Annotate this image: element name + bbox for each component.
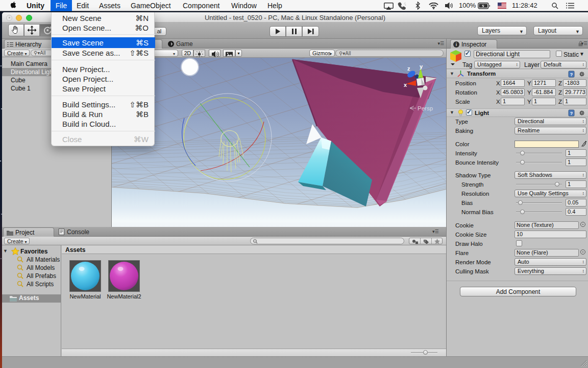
- svg-text:z: z: [407, 65, 410, 72]
- svg-text:x: x: [404, 82, 407, 88]
- svg-text:y: y: [420, 63, 423, 70]
- svg-text:Persp: Persp: [418, 105, 433, 111]
- svg-text:i: i: [456, 42, 457, 47]
- svg-text:?: ?: [570, 111, 573, 116]
- svg-text:?: ?: [570, 72, 573, 77]
